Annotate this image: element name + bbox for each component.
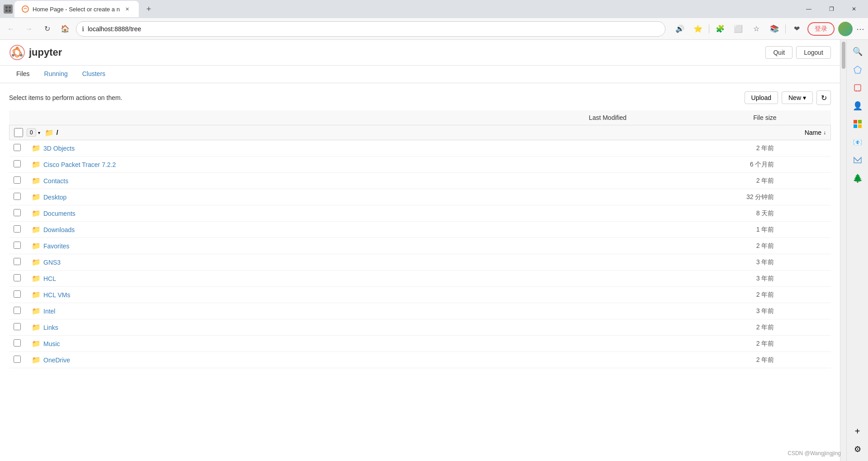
sidebar-search-icon[interactable]: 🔍 (849, 43, 866, 60)
home-button[interactable]: 🏠 (58, 22, 72, 36)
upload-button[interactable]: Upload (745, 91, 778, 104)
forward-button[interactable]: → (22, 22, 36, 36)
row-size-cell (778, 140, 831, 157)
file-link[interactable]: Intel (43, 308, 55, 315)
row-checkbox[interactable] (14, 356, 21, 363)
login-button[interactable]: 登录 (807, 22, 835, 36)
read-aloud-icon[interactable]: 🔊 (673, 22, 687, 36)
nav-icons: 🔊 ⭐ 🧩 ⬜ ☆ 📚 ❤ 登录 ⋯ (673, 22, 864, 36)
row-size-cell (778, 205, 831, 222)
table-row: 📁 OneDrive 2 年前 (9, 352, 831, 368)
quit-button[interactable]: Quit (765, 46, 793, 59)
breadcrumb-row: 0 ▾ 📁 / Name ↓ (9, 125, 831, 140)
file-link[interactable]: Contacts (43, 177, 68, 185)
row-checkbox[interactable] (14, 209, 21, 216)
row-size-cell (778, 319, 831, 336)
logout-button[interactable]: Logout (796, 46, 831, 59)
close-button[interactable]: ✕ (844, 0, 864, 18)
split-view-icon[interactable]: ⬜ (731, 22, 745, 36)
file-link[interactable]: GNS3 (43, 259, 61, 266)
extensions-icon[interactable]: 🧩 (713, 22, 727, 36)
file-link[interactable]: 3D Objects (43, 145, 75, 152)
heart-icon[interactable]: ❤ (789, 22, 804, 36)
address-bar[interactable]: ℹ localhost:8888/tree (76, 21, 665, 37)
file-link[interactable]: Music (43, 340, 60, 347)
row-checkbox[interactable] (14, 307, 21, 314)
file-link[interactable]: HCL (43, 275, 56, 282)
row-checkbox[interactable] (14, 290, 21, 298)
count-badge[interactable]: 0 (27, 128, 36, 137)
row-checkbox[interactable] (14, 274, 21, 281)
name-sort-header[interactable]: Name ↓ (805, 129, 826, 136)
row-checkbox[interactable] (14, 258, 21, 265)
new-tab-button[interactable]: + (142, 3, 155, 15)
sidebar-shop-icon[interactable] (849, 80, 866, 96)
folder-icon: 📁 (32, 274, 41, 283)
file-link[interactable]: Links (43, 324, 58, 331)
file-link[interactable]: OneDrive (43, 356, 70, 364)
row-checkbox[interactable] (14, 193, 21, 200)
row-checkbox-cell (9, 319, 27, 336)
select-all-checkbox[interactable] (14, 128, 23, 137)
row-size-cell (778, 238, 831, 254)
tab-clusters[interactable]: Clusters (75, 66, 113, 83)
sidebar-gem-icon[interactable] (849, 62, 866, 78)
favorites-icon[interactable]: ⭐ (691, 22, 705, 36)
svg-rect-1 (9, 6, 11, 9)
row-checkbox[interactable] (14, 323, 21, 330)
sidebar-user-icon[interactable]: 👤 (849, 98, 866, 114)
back-button[interactable]: ← (4, 22, 18, 36)
sidebar-outlook-icon[interactable]: 📧 (849, 134, 866, 150)
svg-rect-3 (9, 10, 11, 12)
sidebar-microsoft-icon[interactable] (849, 116, 866, 132)
browser-sidebar-icon[interactable] (4, 5, 13, 14)
add-favorites-icon[interactable]: ☆ (749, 22, 764, 36)
row-checkbox[interactable] (14, 160, 21, 167)
svg-rect-17 (854, 124, 857, 128)
jupyter-logo-icon (9, 44, 25, 61)
file-link[interactable]: HCL VMs (43, 291, 70, 299)
row-size-cell (778, 287, 831, 303)
file-link[interactable]: Cisco Packet Tracer 7.2.2 (43, 161, 116, 168)
row-modified-cell: 2 年前 (566, 336, 779, 352)
user-avatar[interactable] (838, 22, 853, 36)
table-row: 📁 Contacts 2 年前 (9, 173, 831, 189)
file-link[interactable]: Favorites (43, 242, 70, 250)
svg-rect-15 (854, 120, 857, 124)
file-link[interactable]: Desktop (43, 194, 66, 201)
sort-down-icon[interactable]: ↓ (823, 129, 826, 136)
sidebar-tree-icon[interactable]: 🌲 (849, 170, 866, 186)
tab-title: Home Page - Select or create a n (33, 6, 120, 13)
collections-icon[interactable]: 📚 (767, 22, 782, 36)
tab-files[interactable]: Files (9, 66, 37, 83)
reload-button[interactable]: ↻ (40, 22, 54, 36)
tab-close-button[interactable]: ✕ (123, 5, 132, 13)
more-options-button[interactable]: ⋯ (856, 24, 864, 34)
svg-point-14 (858, 90, 859, 92)
row-name-cell: 📁 Contacts (27, 173, 566, 189)
scrollbar-thumb[interactable] (842, 42, 845, 69)
cell-name: 📁 Desktop (32, 193, 561, 201)
row-checkbox[interactable] (14, 339, 21, 347)
new-dropdown-arrow[interactable]: ▾ (803, 94, 806, 101)
file-link[interactable]: Downloads (43, 226, 75, 233)
tab-running[interactable]: Running (37, 66, 75, 83)
row-checkbox[interactable] (14, 176, 21, 184)
sidebar-mail-icon[interactable] (849, 152, 866, 168)
minimize-button[interactable]: — (798, 0, 819, 18)
scrollbar[interactable] (840, 40, 846, 461)
count-arrow[interactable]: ▾ (38, 130, 40, 135)
row-checkbox[interactable] (14, 225, 21, 233)
refresh-button[interactable]: ↻ (816, 90, 831, 105)
restore-button[interactable]: ❐ (821, 0, 842, 18)
row-checkbox[interactable] (14, 144, 21, 151)
row-checkbox[interactable] (14, 242, 21, 249)
sidebar-settings-icon[interactable]: ⚙ (849, 441, 866, 457)
sidebar-add-icon[interactable]: + (849, 423, 866, 439)
active-tab[interactable]: Home Page - Select or create a n ✕ (14, 1, 139, 17)
folder-icon: 📁 (32, 258, 41, 266)
svg-point-8 (16, 47, 19, 49)
file-link[interactable]: Documents (43, 210, 75, 217)
new-button[interactable]: New ▾ (782, 91, 813, 104)
new-label: New (788, 94, 801, 101)
